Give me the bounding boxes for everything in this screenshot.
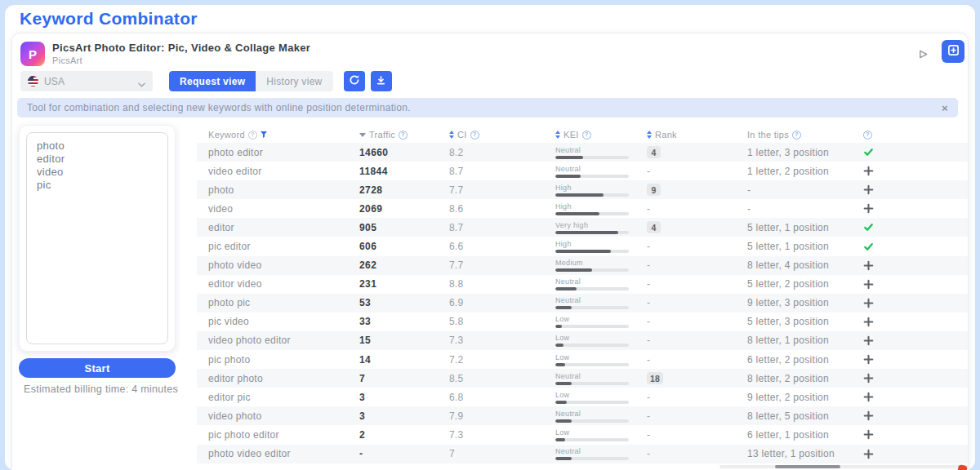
- add-keyword-button[interactable]: [863, 298, 874, 308]
- table-row: editor video 231 8.8 Neutral - 5 letter,…: [197, 275, 968, 294]
- keywords-table: Keyword ? Traffic ? CI ?: [197, 126, 968, 470]
- kei-label: Neutral: [555, 278, 629, 286]
- rank-cell: -: [647, 203, 650, 215]
- kei-bar: [555, 457, 629, 460]
- table-row: photo 2728 7.7 High 9 -: [197, 180, 968, 199]
- add-keyword-button[interactable]: [863, 449, 874, 459]
- ci-cell: 6.9: [449, 297, 463, 308]
- rank-cell: -: [647, 354, 650, 366]
- kei-label: Low: [555, 392, 629, 399]
- download-button[interactable]: [371, 71, 392, 91]
- kei-bar: [555, 250, 629, 253]
- add-keyword-button[interactable]: [863, 279, 874, 290]
- ci-cell: 8.5: [449, 373, 463, 384]
- table-header: Keyword ? Traffic ? CI ?: [197, 126, 968, 143]
- add-keyword-button[interactable]: [863, 166, 874, 176]
- ci-cell: 7.3: [449, 335, 463, 346]
- add-keyword-button[interactable]: [863, 373, 874, 384]
- table-row: video photo 3 7.9 Neutral - 8 letter, 5 …: [197, 406, 968, 425]
- rank-badge: 4: [647, 146, 661, 158]
- traffic-cell: 7: [359, 373, 365, 384]
- rank-cell: -: [647, 241, 650, 252]
- chevron-down-icon: [138, 78, 145, 90]
- start-button[interactable]: Start: [19, 358, 176, 378]
- kei-label: Low: [555, 316, 629, 323]
- rank-badge: 18: [647, 372, 663, 384]
- ci-help-icon[interactable]: ?: [470, 131, 479, 140]
- table-row: editor 905 8.7 Very high 4 5 letter, 1 p…: [197, 218, 968, 237]
- sort-icon[interactable]: [449, 131, 454, 139]
- sort-desc-icon[interactable]: [359, 133, 366, 137]
- scrollbar-thumb[interactable]: [775, 465, 840, 468]
- add-app-button[interactable]: [942, 40, 964, 63]
- tips-cell: 8 letter, 2 position: [747, 373, 829, 384]
- kei-bar: [555, 401, 629, 404]
- tips-help-icon[interactable]: ?: [792, 131, 801, 140]
- kei-cell: Neutral: [555, 147, 629, 159]
- rank-cell: -: [647, 448, 650, 459]
- keyword-cell: pic photo editor: [208, 429, 279, 441]
- col-header-traffic: Traffic ?: [348, 130, 438, 140]
- tips-cell: 8 letter, 4 position: [747, 259, 829, 271]
- kei-cell: Very high: [555, 222, 629, 234]
- keyword-cell: video photo editor: [208, 335, 291, 346]
- add-keyword-button[interactable]: [863, 335, 874, 346]
- usa-flag-icon: [28, 76, 38, 86]
- action-help-icon[interactable]: ?: [863, 131, 872, 140]
- table-row: photo editor 14660 8.2 Neutral 4 1 lette…: [197, 143, 968, 162]
- tips-cell: 5 letter, 1 position: [747, 241, 829, 252]
- request-view-button[interactable]: Request view: [169, 71, 256, 91]
- kei-label: High: [555, 184, 629, 192]
- country-select[interactable]: USA: [20, 71, 153, 91]
- app-icon: P: [20, 42, 45, 66]
- filter-icon[interactable]: [261, 130, 267, 140]
- tips-cell: 13 letter, 1 position: [747, 448, 835, 459]
- keyword-cell: editor photo: [208, 373, 263, 384]
- keyword-help-icon[interactable]: ?: [248, 131, 257, 140]
- table-row: pic photo editor 2 7.3 Low - 6 letter, 1…: [197, 425, 968, 444]
- added-check-icon[interactable]: [863, 242, 874, 252]
- rank-cell: -: [647, 410, 650, 422]
- table-row: pic video 33 5.8 Low - 5 letter, 3 posit…: [197, 313, 968, 331]
- rank-cell: -: [647, 297, 650, 308]
- kei-cell: Neutral: [555, 373, 629, 385]
- info-banner-text: Tool for combination and selecting new k…: [27, 102, 411, 113]
- add-keyword-button[interactable]: [863, 317, 874, 327]
- table-row: video 2069 8.6 High - -: [197, 199, 968, 218]
- col-header-keyword: Keyword ?: [197, 130, 348, 140]
- close-icon[interactable]: ×: [942, 103, 948, 113]
- rank-cell: -: [647, 259, 650, 271]
- kei-bar: [555, 306, 629, 309]
- refresh-icon: [349, 74, 360, 88]
- kei-cell: Neutral: [555, 166, 629, 178]
- traffic-help-icon[interactable]: ?: [399, 131, 408, 140]
- add-keyword-button[interactable]: [863, 354, 874, 365]
- add-keyword-button[interactable]: [863, 429, 874, 440]
- added-check-icon[interactable]: [863, 147, 874, 157]
- table-row: photo pic 53 6.9 Neutral - 9 letter, 3 p…: [197, 294, 968, 313]
- added-check-icon[interactable]: [863, 222, 874, 233]
- add-keyword-button[interactable]: [863, 410, 874, 421]
- tips-cell: 5 letter, 3 position: [747, 316, 829, 327]
- horizontal-scrollbar[interactable]: [719, 465, 969, 468]
- google-play-icon: [918, 48, 929, 63]
- add-keyword-button[interactable]: [863, 260, 874, 271]
- traffic-cell: 3: [359, 410, 365, 422]
- add-keyword-button[interactable]: [863, 203, 874, 214]
- keywords-input[interactable]: photo editor video pic: [26, 132, 168, 344]
- kei-label: High: [555, 203, 629, 211]
- traffic-cell: 53: [359, 297, 371, 308]
- rank-cell: -: [647, 316, 650, 327]
- keyword-cell: editor video: [208, 278, 262, 290]
- tips-cell: 5 letter, 1 position: [747, 222, 829, 233]
- refresh-button[interactable]: [344, 71, 365, 91]
- kei-label: Low: [555, 429, 629, 437]
- traffic-cell: 11844: [359, 166, 388, 177]
- tips-cell: 1 letter, 2 position: [747, 166, 829, 177]
- add-keyword-button[interactable]: [863, 184, 874, 195]
- sort-icon[interactable]: [647, 131, 652, 139]
- history-view-button[interactable]: History view: [256, 71, 332, 91]
- kei-help-icon[interactable]: ?: [582, 131, 591, 140]
- sort-icon[interactable]: [555, 131, 560, 139]
- add-keyword-button[interactable]: [863, 392, 874, 402]
